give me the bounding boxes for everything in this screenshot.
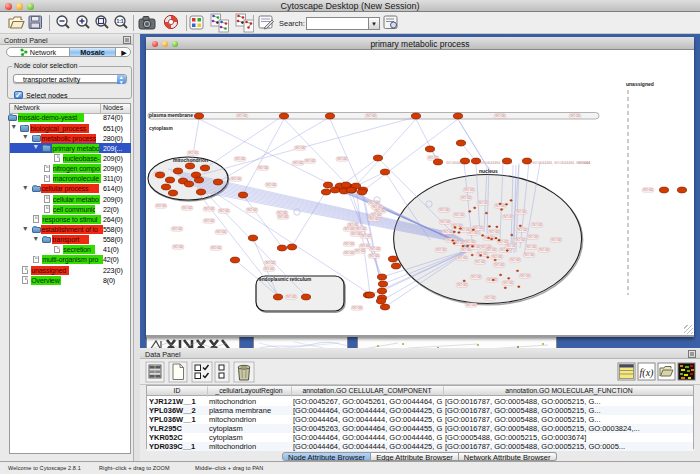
svg-text:GO:00: GO:00 xyxy=(461,196,471,200)
svg-text:GO:00: GO:00 xyxy=(532,223,542,227)
svg-text:GO:00: GO:00 xyxy=(258,166,268,170)
svg-text:GO:00: GO:00 xyxy=(454,213,464,217)
svg-text:GO:00: GO:00 xyxy=(351,232,361,236)
svg-text:GO:00: GO:00 xyxy=(473,226,483,230)
svg-text:GO:00: GO:00 xyxy=(278,215,288,219)
svg-text:GO:00: GO:00 xyxy=(517,228,527,232)
svg-text:GO:004: GO:004 xyxy=(578,161,590,165)
svg-text:GO:00: GO:00 xyxy=(436,248,446,252)
svg-text:GO:00: GO:00 xyxy=(539,248,549,252)
svg-text:GO:00: GO:00 xyxy=(486,248,496,252)
svg-text:GO:00: GO:00 xyxy=(344,242,354,246)
svg-text:GO:00: GO:00 xyxy=(489,230,499,234)
svg-text:GO:00: GO:00 xyxy=(344,251,354,255)
svg-text:GO:00: GO:00 xyxy=(204,219,214,223)
svg-text:GO:00: GO:00 xyxy=(361,234,371,238)
svg-text:GO:00: GO:00 xyxy=(369,254,379,258)
svg-text:nucleus: nucleus xyxy=(479,168,498,174)
svg-text:GO:00: GO:00 xyxy=(520,274,530,278)
svg-text:GO:00: GO:00 xyxy=(465,240,475,244)
svg-text:GO:00: GO:00 xyxy=(370,247,380,251)
svg-text:GO:00: GO:00 xyxy=(440,220,450,224)
svg-text:GO:00: GO:00 xyxy=(515,238,525,242)
svg-text:GO:00: GO:00 xyxy=(478,201,488,205)
svg-text:GO:00: GO:00 xyxy=(211,246,221,250)
svg-text:GO:00: GO:00 xyxy=(485,296,495,300)
svg-text:GO:00: GO:00 xyxy=(524,253,534,257)
svg-text:GO:00: GO:00 xyxy=(475,260,485,264)
svg-text:GO:00: GO:00 xyxy=(173,245,183,249)
svg-text:GO:00: GO:00 xyxy=(570,114,580,118)
svg-text:GO:00: GO:00 xyxy=(454,241,464,245)
svg-text:endoplasmic reticulum: endoplasmic reticulum xyxy=(259,277,311,282)
svg-text:GO:00: GO:00 xyxy=(506,244,516,248)
svg-text:GO:00: GO:00 xyxy=(305,159,315,163)
svg-text:GO:00: GO:00 xyxy=(231,177,241,181)
svg-text:GO:00: GO:00 xyxy=(237,114,247,118)
svg-text:GO:00: GO:00 xyxy=(443,230,453,234)
svg-text:cytoplasm: cytoplasm xyxy=(149,126,173,131)
svg-text:GO:00: GO:00 xyxy=(295,146,305,150)
svg-text:GO:00: GO:00 xyxy=(188,151,198,155)
svg-text:GO:00: GO:00 xyxy=(266,183,276,187)
svg-text:GO:00: GO:00 xyxy=(516,210,526,214)
svg-text:mitochondrion: mitochondrion xyxy=(173,157,208,163)
svg-text:f(x): f(x) xyxy=(640,367,655,379)
svg-text:GO:00: GO:00 xyxy=(265,261,275,265)
svg-text:GO:00: GO:00 xyxy=(457,256,467,260)
svg-text:GO:00: GO:00 xyxy=(264,267,274,271)
svg-text:GO:00: GO:00 xyxy=(247,208,257,212)
svg-text:1:1: 1:1 xyxy=(116,18,123,24)
svg-text:GO:00: GO:00 xyxy=(355,249,365,253)
svg-text:GO:00: GO:00 xyxy=(492,255,502,259)
svg-text:GO:00: GO:00 xyxy=(216,230,226,234)
svg-text:unassigned: unassigned xyxy=(626,81,654,87)
svg-text:GO:00: GO:00 xyxy=(551,238,561,242)
svg-text:GO:00: GO:00 xyxy=(503,215,513,219)
svg-text:GO:00: GO:00 xyxy=(219,209,229,213)
svg-text:GO:00: GO:00 xyxy=(286,295,296,299)
svg-text:GO:00: GO:00 xyxy=(293,161,303,165)
svg-text:GO:00: GO:00 xyxy=(235,157,245,161)
svg-text:GO:00: GO:00 xyxy=(471,275,481,279)
svg-text:GO:00: GO:00 xyxy=(477,252,487,256)
svg-text:GO:00: GO:00 xyxy=(360,244,370,248)
svg-text:GO:00: GO:00 xyxy=(503,281,513,285)
svg-text:GO:00: GO:00 xyxy=(439,208,449,212)
svg-text:GO:00: GO:00 xyxy=(366,114,376,118)
svg-text:GO:00: GO:00 xyxy=(464,188,474,192)
svg-text:GO:00: GO:00 xyxy=(182,206,192,210)
svg-text:GO:00: GO:00 xyxy=(156,204,166,208)
svg-text:GO:00: GO:00 xyxy=(457,283,467,287)
svg-text:GO:00: GO:00 xyxy=(526,245,536,249)
svg-text:GO:00: GO:00 xyxy=(337,157,347,161)
svg-text:GO:00: GO:00 xyxy=(344,227,354,231)
svg-text:GO:00: GO:00 xyxy=(495,204,505,208)
svg-text:GO:00: GO:00 xyxy=(460,228,470,232)
svg-text:GO:00: GO:00 xyxy=(510,258,520,262)
svg-text:GO:00: GO:00 xyxy=(495,114,505,118)
svg-text:plasma membrane: plasma membrane xyxy=(149,112,193,118)
svg-text:GO:00: GO:00 xyxy=(356,227,366,231)
svg-text:GO:00: GO:00 xyxy=(369,217,379,221)
svg-text:GO:00: GO:00 xyxy=(204,207,214,211)
svg-text:GO:00: GO:00 xyxy=(528,235,538,239)
svg-text:GO:00: GO:00 xyxy=(466,303,476,307)
svg-text:GO:00: GO:00 xyxy=(352,306,362,310)
svg-text:GO:00: GO:00 xyxy=(643,188,653,192)
svg-text:GO:00: GO:00 xyxy=(494,263,504,267)
svg-text:GO:00: GO:00 xyxy=(172,227,182,231)
